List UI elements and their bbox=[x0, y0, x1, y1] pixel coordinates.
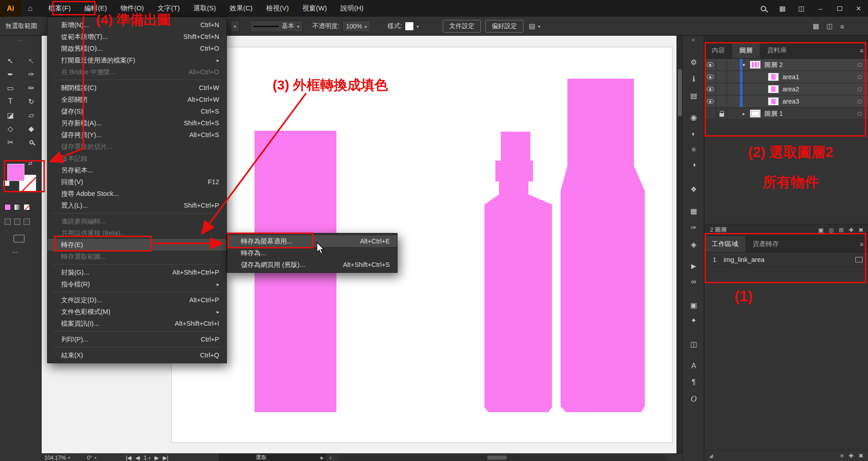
stroke-width-dropdown[interactable]: ▾ bbox=[230, 17, 240, 36]
lock-cell[interactable] bbox=[716, 95, 727, 107]
target-circle-icon[interactable] bbox=[858, 63, 862, 67]
close-button[interactable]: × bbox=[849, 0, 868, 17]
file-menu-item-place[interactable]: 置入(L)...Shift+Ctrl+P bbox=[48, 200, 226, 211]
maximize-button[interactable] bbox=[830, 0, 849, 17]
panel-icon-graphic-styles[interactable]: ✦ bbox=[686, 314, 701, 327]
panel-icon-settings[interactable]: ⚙ bbox=[686, 55, 701, 69]
panel-icon-stroke[interactable]: ≡ bbox=[686, 143, 701, 157]
edit-toolbar-icon[interactable]: ⋯ bbox=[12, 248, 19, 256]
panel-icon-color[interactable]: ◉ bbox=[686, 110, 701, 124]
visibility-cell[interactable] bbox=[705, 59, 716, 71]
gradient-button[interactable] bbox=[14, 204, 20, 210]
vertical-scrollbar[interactable] bbox=[676, 36, 682, 453]
panel-icon-actions[interactable]: ▶ bbox=[686, 259, 701, 273]
file-menu-item-search-adobe-stock[interactable]: 搜尋 Adobe Stock... bbox=[48, 188, 226, 200]
expand-panels-icon[interactable]: « bbox=[683, 36, 704, 44]
artboard-row-name[interactable]: img_link_area bbox=[724, 256, 764, 263]
file-menu-item-document-setup[interactable]: 文件設定(D)...Alt+Ctrl+P bbox=[48, 294, 226, 306]
tab-properties[interactable]: 內容 bbox=[705, 43, 732, 58]
export-submenu-item-export-as[interactable]: 轉存為... bbox=[227, 247, 397, 259]
artboard-row-1[interactable]: 1img_link_area bbox=[705, 252, 868, 267]
menu-effect[interactable]: 效果(C) bbox=[223, 0, 259, 17]
columns-icon[interactable]: ◫ bbox=[826, 22, 833, 30]
tab-artboards[interactable]: 工作區域 bbox=[705, 236, 745, 252]
lock-cell[interactable] bbox=[716, 59, 727, 71]
isolation-mode-icon[interactable]: ◎ bbox=[829, 227, 834, 233]
file-menu-item-new-from-template[interactable]: 從範本新增(T)...Shift+Ctrl+N bbox=[48, 31, 226, 43]
status-collapse-icon[interactable]: ‹ bbox=[330, 454, 331, 461]
tool-selection[interactable]: ↖ bbox=[0, 54, 21, 67]
tool-rectangle[interactable]: ▭ bbox=[0, 81, 21, 95]
document-setup-button[interactable]: 文件設定 bbox=[443, 20, 481, 33]
expand-toggle-icon[interactable]: ▸ bbox=[743, 111, 750, 117]
tool-shape[interactable]: ◇ bbox=[0, 122, 21, 135]
previous-artboard-icon[interactable]: ◀ bbox=[135, 455, 139, 461]
lock-cell[interactable] bbox=[716, 83, 727, 95]
home-icon[interactable]: ⌂ bbox=[21, 0, 40, 17]
arrange-documents-icon[interactable]: ▦ bbox=[773, 0, 792, 17]
grid-icon[interactable]: ▦ bbox=[813, 22, 819, 30]
panel-icon-info[interactable]: ℹ bbox=[686, 72, 701, 86]
panel-icon-links[interactable]: ∞ bbox=[686, 275, 701, 289]
tab-libraries[interactable]: 資料庫 bbox=[760, 43, 794, 58]
panel-icon-opentype[interactable]: O bbox=[686, 392, 701, 406]
file-menu-item-save-as-template[interactable]: 另存範本... bbox=[48, 164, 226, 176]
delete-layer-icon[interactable]: ✖ bbox=[858, 227, 863, 233]
status-play-icon[interactable]: ▶ bbox=[321, 456, 324, 460]
panel-icon-gradient[interactable]: ◐ bbox=[686, 127, 701, 141]
menu-help[interactable]: 說明(H) bbox=[334, 0, 370, 17]
layer-row-layer-1[interactable]: ▸圖層 1 bbox=[705, 108, 868, 120]
menu-select[interactable]: 選取(S) bbox=[187, 0, 223, 17]
file-menu-item-file-info[interactable]: 檔案資訊(I)...Alt+Shift+Ctrl+I bbox=[48, 318, 226, 329]
lock-cell[interactable] bbox=[716, 71, 727, 83]
file-menu-item-scripts[interactable]: 指令檔(R)▸ bbox=[48, 278, 226, 290]
layer-row-area2[interactable]: area2 bbox=[705, 83, 868, 95]
next-artboard-icon[interactable]: ▶ bbox=[154, 455, 158, 461]
file-menu-item-open[interactable]: 開啟舊檔(O)...Ctrl+O bbox=[48, 43, 226, 54]
target-circle-icon[interactable] bbox=[858, 75, 862, 79]
tool-scissors[interactable]: ✂ bbox=[0, 135, 21, 149]
visibility-cell[interactable] bbox=[705, 83, 716, 95]
file-menu-item-open-recent[interactable]: 打開最近使用過的檔案(F)▸ bbox=[48, 54, 226, 66]
tool-curvature[interactable]: ✑ bbox=[21, 67, 42, 81]
file-menu-item-package[interactable]: 封裝(G)...Alt+Shift+Ctrl+P bbox=[48, 266, 226, 278]
tool-eraser[interactable]: ◪ bbox=[0, 108, 21, 122]
swap-fill-stroke-icon[interactable]: ⇄ bbox=[28, 161, 32, 166]
style-dropdown-icon[interactable]: ▾ bbox=[417, 24, 419, 29]
toolbar-drag-dots[interactable]: ⋯ bbox=[0, 36, 41, 45]
draw-behind-button[interactable] bbox=[14, 219, 20, 225]
shape-bottle-large[interactable] bbox=[561, 79, 645, 412]
search-icon[interactable] bbox=[754, 0, 773, 17]
draw-inside-button[interactable] bbox=[24, 219, 30, 225]
footer-menu-icon[interactable]: ≡ bbox=[840, 452, 844, 459]
artboards-panel-menu-icon[interactable]: ≡ bbox=[860, 241, 863, 248]
visibility-cell[interactable] bbox=[705, 71, 716, 83]
tool-eyedropper[interactable]: ◆ bbox=[21, 122, 42, 135]
default-fill-stroke-icon[interactable] bbox=[3, 181, 10, 186]
zoom-control[interactable]: 104.17%▾ bbox=[44, 454, 70, 461]
style-swatch[interactable] bbox=[405, 22, 414, 31]
preferences-button[interactable]: 偏好設定 bbox=[485, 20, 523, 33]
panel-icon-brushes[interactable]: ✑ bbox=[686, 221, 701, 234]
expand-toggle-icon[interactable]: ▾ bbox=[743, 62, 750, 68]
new-layer-icon[interactable]: ✚ bbox=[849, 227, 854, 233]
file-menu-item-save[interactable]: 儲存(S)Ctrl+S bbox=[48, 105, 226, 117]
minimize-button[interactable]: – bbox=[811, 0, 830, 17]
file-menu-item-exit[interactable]: 結束(X)Ctrl+Q bbox=[48, 349, 226, 361]
layer-row-area3[interactable]: area3 bbox=[705, 95, 868, 108]
file-menu-item-print[interactable]: 列印(P)...Ctrl+P bbox=[48, 333, 226, 345]
tab-asset-export[interactable]: 資產轉存 bbox=[745, 236, 786, 252]
panel-icon-character[interactable]: A bbox=[686, 359, 701, 373]
menu-view[interactable]: 檢視(V) bbox=[259, 0, 296, 17]
visibility-cell[interactable] bbox=[705, 95, 716, 107]
tool-pencil[interactable]: ✏ bbox=[21, 81, 42, 95]
resize-handle-icon[interactable]: ◢ bbox=[709, 453, 713, 459]
draw-normal-button[interactable] bbox=[5, 219, 11, 225]
export-submenu-item-save-for-web[interactable]: 儲存為網頁用 (舊版)...Alt+Shift+Ctrl+S bbox=[227, 259, 397, 271]
layers-panel-menu-icon[interactable]: ≡ bbox=[860, 47, 863, 54]
tool-direct-selection[interactable]: ↖ bbox=[21, 54, 42, 67]
tab-layers[interactable]: 圖層 bbox=[732, 43, 760, 58]
panel-icon-symbols[interactable]: ◈ bbox=[686, 238, 701, 251]
layer-row-layer-2[interactable]: ▾圖層 2 bbox=[705, 59, 868, 71]
tool-rotate[interactable]: ↻ bbox=[21, 95, 42, 108]
